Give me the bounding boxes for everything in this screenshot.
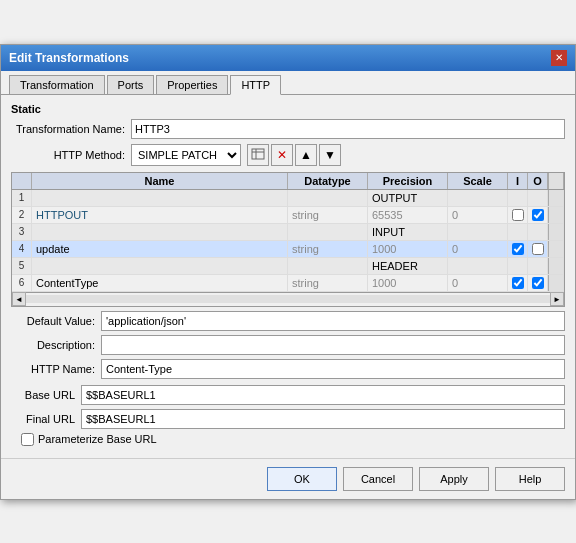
cell-scroll [548, 258, 564, 274]
dialog-title: Edit Transformations [9, 51, 129, 65]
parameterize-checkbox[interactable] [21, 433, 34, 446]
help-button[interactable]: Help [495, 467, 565, 491]
title-bar: Edit Transformations ✕ [1, 45, 575, 71]
o-checkbox[interactable] [532, 209, 544, 221]
i-checkbox[interactable] [512, 243, 524, 255]
tab-ports[interactable]: Ports [107, 75, 155, 94]
main-content: Static Transformation Name: HTTP Method:… [1, 95, 575, 454]
add-row-button[interactable] [247, 144, 269, 166]
cell-precision: INPUT [368, 224, 448, 240]
o-checkbox[interactable] [532, 277, 544, 289]
table-row[interactable]: 5 HEADER [12, 258, 564, 275]
move-down-button[interactable]: ▼ [319, 144, 341, 166]
transformation-name-label: Transformation Name: [11, 123, 131, 135]
close-button[interactable]: ✕ [551, 50, 567, 66]
cell-num: 2 [12, 207, 32, 223]
i-checkbox[interactable] [512, 277, 524, 289]
base-url-label: Base URL [11, 389, 81, 401]
tab-transformation[interactable]: Transformation [9, 75, 105, 94]
o-checkbox[interactable] [532, 243, 544, 255]
cell-name: update [32, 241, 288, 257]
scroll-right-button[interactable]: ► [550, 292, 564, 306]
ok-button[interactable]: OK [267, 467, 337, 491]
cell-scroll [548, 275, 564, 291]
cell-scale [448, 190, 508, 206]
cell-name [32, 224, 288, 240]
cell-scale: 0 [448, 275, 508, 291]
cell-name [32, 190, 288, 206]
button-bar: OK Cancel Apply Help [1, 458, 575, 499]
transformation-name-input[interactable] [131, 119, 565, 139]
cell-num: 4 [12, 241, 32, 257]
cell-i [508, 224, 528, 240]
cell-datatype: string [288, 275, 368, 291]
col-o: O [528, 173, 548, 189]
description-label: Description: [11, 339, 101, 351]
http-name-input[interactable] [101, 359, 565, 379]
tabs-container: Transformation Ports Properties HTTP [1, 71, 575, 95]
cell-precision: 65535 [368, 207, 448, 223]
cell-datatype [288, 258, 368, 274]
tab-http[interactable]: HTTP [230, 75, 281, 95]
parameterize-row: Parameterize Base URL [21, 433, 565, 446]
cell-o [528, 224, 548, 240]
tab-properties[interactable]: Properties [156, 75, 228, 94]
final-url-label: Final URL [11, 413, 81, 425]
edit-transformations-dialog: Edit Transformations ✕ Transformation Po… [0, 44, 576, 500]
http-method-select[interactable]: SIMPLE PATCH GET POST PUT DELETE PATCH [131, 144, 241, 166]
cell-precision: HEADER [368, 258, 448, 274]
col-scale: Scale [448, 173, 508, 189]
cell-name: HTTPOUT [32, 207, 288, 223]
final-url-input[interactable] [81, 409, 565, 429]
default-value-input[interactable] [101, 311, 565, 331]
cell-o [528, 190, 548, 206]
grid-header: Name Datatype Precision Scale I O [12, 173, 564, 190]
scroll-left-button[interactable]: ◄ [12, 292, 26, 306]
description-row: Description: [11, 335, 565, 355]
cell-scale: 0 [448, 207, 508, 223]
cell-i [508, 190, 528, 206]
col-datatype: Datatype [288, 173, 368, 189]
cell-scale [448, 258, 508, 274]
apply-button[interactable]: Apply [419, 467, 489, 491]
cell-scale [448, 224, 508, 240]
base-url-input[interactable] [81, 385, 565, 405]
final-url-row: Final URL [11, 409, 565, 429]
table-row[interactable]: 4 update string 1000 0 [12, 241, 564, 258]
cell-num: 3 [12, 224, 32, 240]
default-value-label: Default Value: [11, 315, 101, 327]
parameterize-label: Parameterize Base URL [38, 433, 157, 445]
table-row[interactable]: 2 HTTPOUT string 65535 0 [12, 207, 564, 224]
i-checkbox[interactable] [512, 209, 524, 221]
table-row[interactable]: 3 INPUT [12, 224, 564, 241]
horizontal-scrollbar[interactable]: ◄ ► [12, 292, 564, 306]
base-url-row: Base URL [11, 385, 565, 405]
cell-datatype [288, 224, 368, 240]
grid-container: Name Datatype Precision Scale I O 1 OUTP… [11, 172, 565, 307]
move-up-button[interactable]: ▲ [295, 144, 317, 166]
delete-row-button[interactable]: ✕ [271, 144, 293, 166]
table-row[interactable]: 1 OUTPUT [12, 190, 564, 207]
cell-datatype: string [288, 241, 368, 257]
table-row[interactable]: 6 ContentType string 1000 0 [12, 275, 564, 292]
http-method-label: HTTP Method: [11, 149, 131, 161]
cell-i[interactable] [508, 275, 528, 291]
cell-o[interactable] [528, 241, 548, 257]
default-value-row: Default Value: [11, 311, 565, 331]
cell-scroll [548, 224, 564, 240]
cell-i[interactable] [508, 241, 528, 257]
cell-name: ContentType [32, 275, 288, 291]
cell-precision: OUTPUT [368, 190, 448, 206]
description-input[interactable] [101, 335, 565, 355]
cell-o[interactable] [528, 207, 548, 223]
scroll-track [26, 295, 550, 303]
cell-scale: 0 [448, 241, 508, 257]
col-num [12, 173, 32, 189]
col-i: I [508, 173, 528, 189]
cancel-button[interactable]: Cancel [343, 467, 413, 491]
url-section: Base URL Final URL [11, 385, 565, 429]
cell-datatype: string [288, 207, 368, 223]
cell-o[interactable] [528, 275, 548, 291]
cell-i[interactable] [508, 207, 528, 223]
cell-i [508, 258, 528, 274]
